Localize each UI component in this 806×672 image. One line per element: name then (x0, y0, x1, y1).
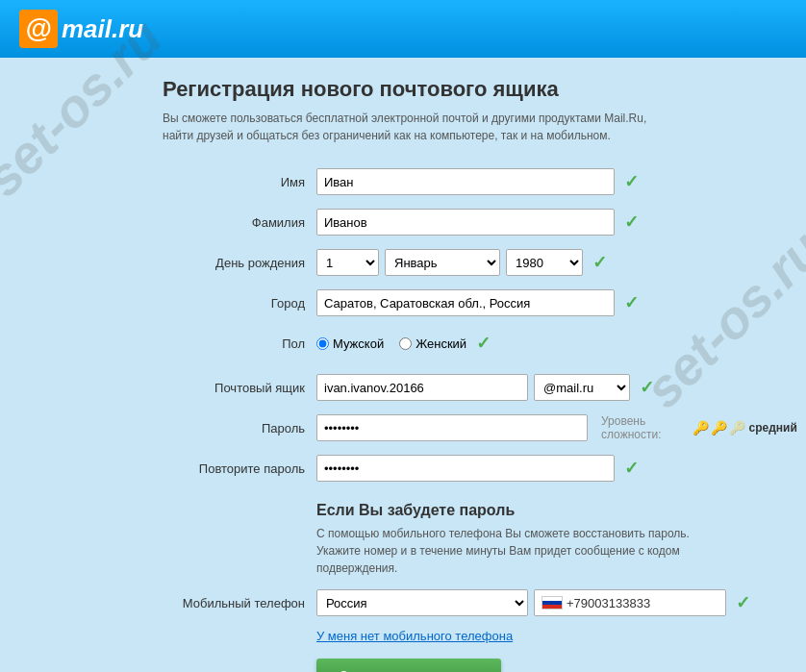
subtitle-line1: Вы сможете пользоваться бесплатной элект… (163, 112, 646, 125)
email-input[interactable] (316, 374, 528, 401)
phone-valid-icon: ✓ (736, 592, 750, 613)
forgot-password-section: Если Вы забудете пароль С помощью мобиль… (316, 502, 720, 577)
phone-row: Мобильный телефон Россия Украина Беларус… (163, 588, 720, 617)
last-name-control: ✓ (316, 209, 720, 236)
city-control: ✓ (316, 289, 720, 316)
birthday-row: День рождения 1 2345 678910 1112131415 1… (163, 248, 720, 277)
email-domain-select[interactable]: @mail.ru @inbox.ru @bk.ru @list.ru (534, 374, 630, 401)
gender-control: Мужской Женский ✓ (316, 333, 720, 354)
gender-male-label[interactable]: Мужской (316, 336, 384, 351)
subtitle-line2: найти друзей и общаться без ограничений … (163, 129, 611, 142)
gender-female-radio[interactable] (399, 337, 412, 350)
key-icon-1: 🔑 (693, 420, 709, 436)
strength-label: Уровень сложности: (601, 414, 689, 441)
gender-row: Пол Мужской Женский ✓ (163, 329, 720, 358)
page-subtitle: Вы сможете пользоваться бесплатной элект… (163, 110, 663, 144)
birthday-control: 1 2345 678910 1112131415 1617181920 2122… (316, 249, 720, 276)
city-label: Город (163, 296, 316, 311)
password-control: Уровень сложности: 🔑 🔑 🔑 средний (316, 414, 797, 441)
phone-label: Мобильный телефон (163, 596, 316, 610)
city-valid-icon: ✓ (624, 292, 639, 313)
gender-label: Пол (163, 336, 316, 351)
first-name-row: Имя ✓ (163, 167, 720, 196)
phone-number-text: +79003133833 (567, 596, 650, 610)
confirm-password-control: ✓ (316, 455, 720, 482)
password-row: Пароль Уровень сложности: 🔑 🔑 🔑 средний (163, 413, 720, 442)
password-input[interactable] (316, 414, 588, 441)
header: @ mail.ru (0, 0, 806, 58)
gender-male-radio[interactable] (316, 337, 329, 350)
forgot-password-desc2: Укажите номер и в течение минуты Вам при… (316, 542, 720, 577)
logo[interactable]: @ mail.ru (19, 10, 143, 48)
forgot-password-title: Если Вы забудете пароль (316, 502, 720, 519)
confirm-password-label: Повторите пароль (163, 461, 316, 476)
gender-male-text: Мужской (333, 336, 384, 351)
no-phone-link[interactable]: У меня нет мобильного телефона (316, 629, 720, 643)
gender-valid-icon: ✓ (476, 333, 491, 354)
main-content: Регистрация нового почтового ящика Вы см… (66, 58, 740, 672)
russia-flag-icon (542, 596, 563, 610)
logo-text: mail.ru (62, 14, 143, 44)
strength-keys-icons: 🔑 🔑 🔑 (693, 420, 745, 436)
confirm-password-valid-icon: ✓ (624, 458, 639, 479)
city-input[interactable] (316, 289, 615, 316)
first-name-valid-icon: ✓ (624, 171, 639, 192)
confirm-password-row: Повторите пароль ✓ (163, 454, 720, 483)
last-name-row: Фамилия ✓ (163, 208, 720, 236)
birthday-month-select[interactable]: Январь ФевральМартАпрель МайИюньИюль Авг… (385, 249, 500, 276)
first-name-control: ✓ (316, 168, 720, 195)
first-name-label: Имя (163, 175, 316, 189)
gender-female-label[interactable]: Женский (399, 336, 466, 351)
forgot-password-desc1: С помощью мобильного телефона Вы сможете… (316, 525, 720, 542)
phone-control: Россия Украина Беларусь Казахстан Другая… (316, 589, 750, 616)
phone-country-select[interactable]: Россия Украина Беларусь Казахстан Другая (316, 589, 528, 616)
confirm-password-input[interactable] (316, 455, 615, 482)
register-button[interactable]: Зарегистрироваться (316, 659, 501, 672)
email-control: @mail.ru @inbox.ru @bk.ru @list.ru ✓ (316, 374, 720, 401)
strength-value: средний (749, 421, 797, 435)
birthday-year-select[interactable]: 1980 19791981 (506, 249, 583, 276)
phone-input-field[interactable]: +79003133833 (534, 589, 726, 616)
last-name-input[interactable] (316, 209, 615, 236)
email-row: Почтовый ящик @mail.ru @inbox.ru @bk.ru … (163, 373, 720, 402)
first-name-input[interactable] (316, 168, 615, 195)
key-icon-3: 🔑 (729, 420, 745, 436)
gender-female-text: Женский (416, 336, 466, 351)
birthday-day-select[interactable]: 1 2345 678910 1112131415 1617181920 2122… (316, 249, 379, 276)
logo-at-symbol: @ (19, 10, 58, 48)
city-row: Город ✓ (163, 288, 720, 317)
birthday-valid-icon: ✓ (592, 252, 607, 273)
last-name-label: Фамилия (163, 215, 316, 230)
email-label: Почтовый ящик (163, 381, 316, 395)
register-button-row: Зарегистрироваться (316, 659, 720, 672)
password-strength-indicator: Уровень сложности: 🔑 🔑 🔑 средний (601, 414, 797, 441)
password-label: Пароль (163, 421, 316, 436)
key-icon-2: 🔑 (711, 420, 727, 436)
last-name-valid-icon: ✓ (624, 212, 639, 233)
page-title: Регистрация нового почтового ящика (163, 77, 720, 102)
gender-radio-group: Мужской Женский (316, 336, 466, 351)
email-valid-icon: ✓ (640, 377, 654, 398)
birthday-label: День рождения (163, 256, 316, 270)
